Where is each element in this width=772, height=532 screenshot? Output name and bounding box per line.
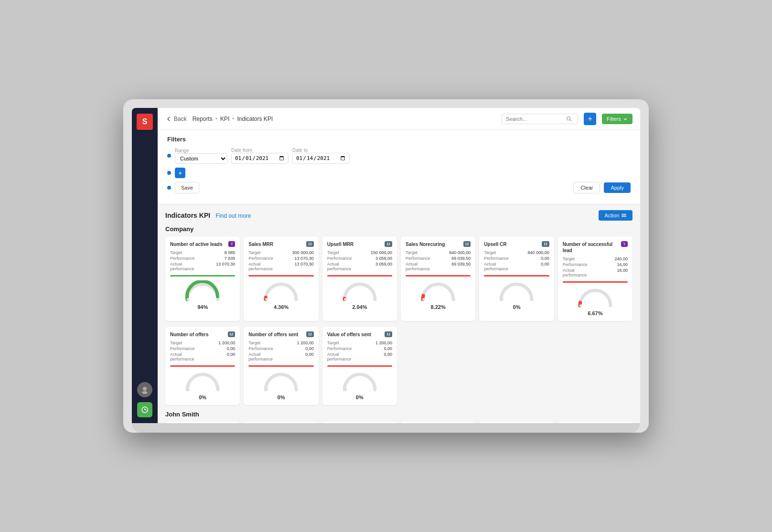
svg-point-10 [187,298,190,301]
kpi-badge: M [542,241,549,247]
svg-point-11 [265,298,268,301]
apply-button[interactable]: Apply [604,182,631,193]
kpi-actual-row: Actualperformance 13 070,30 [248,262,313,271]
kpi-actual-row: Actualperformance 16,00 [563,268,628,277]
date-to-wrap: Date to [292,148,350,164]
filter-row-range: Range Custom This month Last month Date … [167,148,631,164]
kpi-card: Upsell MRR M Target 150 000,00 Performan… [322,422,397,423]
kpi-card-title: Number of offers [170,331,209,338]
kpi-card-title: Number of successful lead [563,241,619,254]
laptop-base [132,423,640,433]
john-kpi-grid: Number of active leads Y Target 8 085 Pe… [165,422,633,423]
kpi-card-title: Upsell CR [484,241,506,247]
kpi-card-title: Number of offers sent [248,331,298,338]
app-logo: S [137,114,153,130]
kpi-badge: M [385,241,392,247]
search-input[interactable] [506,116,563,122]
search-box[interactable] [502,114,578,124]
kpi-card: Sales MRR M Target 300 000,00 Performanc… [244,236,318,321]
gauge-text: 0% [484,304,549,310]
gauge-container [327,278,392,304]
svg-point-18 [344,388,347,391]
filter-dot-1 [167,154,171,158]
svg-point-15 [579,304,582,307]
kpi-divider [406,275,471,277]
filter-add-button[interactable]: + [175,168,185,178]
breadcrumb-kpi: KPI [220,116,229,122]
breadcrumb-reports: Reports [193,116,213,122]
date-to-input[interactable] [292,153,350,164]
filters-button[interactable]: Filters [602,114,633,124]
kpi-target-row: Target 840 000,00 [406,250,471,255]
kpi-divider [248,275,313,277]
svg-point-14 [501,298,504,301]
breadcrumb-indicators: Indicators KPI [237,116,273,122]
kpi-badge: M [228,331,236,337]
kpi-target-row: Target 300 000,00 [248,250,313,255]
kpi-target-row: Target 240,00 [563,256,628,261]
kpi-card: Number of successful lead Y Target 240,0… [558,236,633,321]
gauge-text: 94% [170,304,235,310]
clock-icon[interactable] [137,402,152,417]
kpi-badge: Y [621,241,628,247]
kpi-performance-row: Performance 0,00 [484,256,549,261]
action-button[interactable]: Action [599,210,633,221]
kpi-actual-row: Actualperformance 69 039,50 [406,262,471,271]
breadcrumb-sep1: • [215,116,217,122]
kpi-divider [327,275,392,277]
kpi-badge: M [306,241,314,247]
kpi-performance-row: Performance 0,00 [170,346,235,351]
date-from-input[interactable] [231,153,289,164]
kpi-actual-row: Actualperformance 0,00 [484,262,549,271]
screen: S [132,108,640,423]
laptop-frame: S [123,99,649,433]
kpi-badge: M [385,331,392,337]
filter-dot-3 [167,186,171,190]
kpi-section: Indicators KPI Find out more Action Comp… [158,204,640,423]
kpi-card: Upsell CR M Target 840 000,00 Performanc… [479,236,554,321]
kpi-divider [327,365,392,367]
svg-point-17 [265,388,268,391]
kpi-badge: M [306,331,314,337]
kpi-card: Sales Norecuring M Target 840 000,00 Per… [401,236,475,321]
gauge-container [248,278,313,304]
gauge-text: 4.36% [248,304,313,310]
kpi-performance-row: Performance 7 835 [170,256,235,261]
find-out-link[interactable]: Find out more [215,213,251,219]
kpi-actual-row: Actualperformance 0,00 [248,352,313,362]
search-icon [566,116,572,122]
kpi-target-row: Target 840 000,00 [484,250,549,255]
kpi-performance-row: Performance 13 070,30 [248,256,313,261]
kpi-target-row: Target 1 200,00 [170,340,235,345]
sidebar: S [132,108,158,423]
kpi-actual-row: Actualperformance 3 059,00 [327,262,392,271]
kpi-divider [170,365,235,367]
range-select-wrap: Range Custom This month Last month [175,148,227,164]
back-button[interactable]: Back [165,116,187,122]
kpi-target-row: Target 8 085 [170,250,235,255]
kpi-card-title: Sales Norecuring [406,241,445,247]
date-from-wrap: Date from [231,148,289,164]
kpi-divider [248,365,313,367]
gauge-text: 0% [327,394,392,400]
main-content: Back Reports • KPI • Indicators KPI [158,108,640,423]
add-button[interactable]: + [584,113,596,125]
kpi-card: Sales Norecuring M Target 840 000,00 Per… [401,422,475,423]
avatar[interactable] [137,382,152,397]
back-label: Back [174,116,187,122]
kpi-card-title: Upsell MRR [327,241,354,247]
kpi-divider [170,275,235,277]
save-filter-button[interactable]: Save [175,182,199,193]
svg-rect-9 [622,216,626,217]
chevron-down-icon [623,117,628,121]
gauge-text: 8.22% [406,304,471,310]
kpi-target-row: Target 150 000,00 [327,250,392,255]
kpi-card: Upsell MRR M Target 150 000,00 Performan… [322,236,397,321]
range-select[interactable]: Custom This month Last month [175,153,227,164]
clear-button[interactable]: Clear [573,182,600,193]
kpi-card: Number of successful lead Y Target 240,0… [558,422,633,423]
kpi-card: Value of offers sent M Target 1 200,00 P… [322,327,397,405]
menu-icon [621,213,627,218]
svg-point-0 [143,387,147,391]
svg-rect-8 [622,215,626,215]
